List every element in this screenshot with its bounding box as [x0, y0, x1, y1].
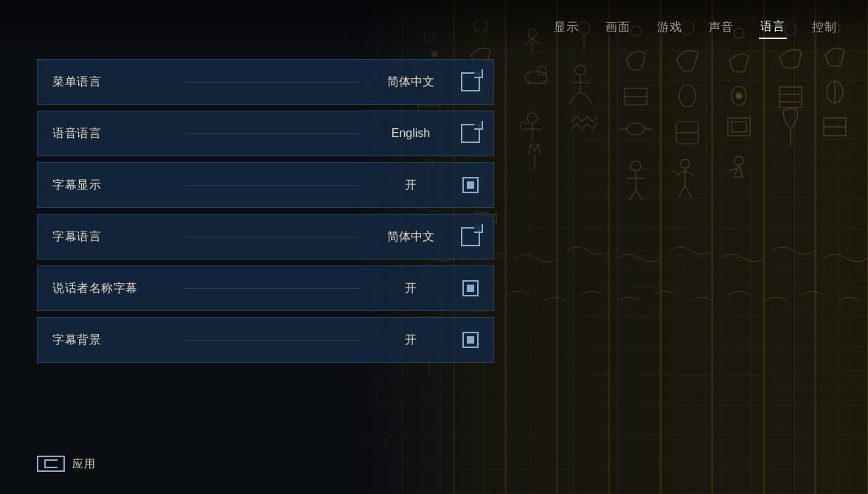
nav-item-sound[interactable]: 声音 — [707, 17, 735, 38]
subtitle-bg-divider — [185, 340, 359, 341]
subtitle-bg-icon — [459, 329, 482, 351]
square-icon-3 — [462, 332, 479, 348]
subtitle-bg-value: 开 — [374, 333, 448, 348]
settings-panel: 菜单语言 简体中文 语音语言 English 字幕显示 开 — [37, 59, 494, 363]
menu-language-label: 菜单语言 — [52, 74, 170, 90]
nav-items: 显示 画面 游戏 声音 语言 控制 — [552, 16, 839, 39]
speaker-subtitle-label: 说话者名称字幕 — [52, 281, 170, 296]
subtitle-language-value: 简体中文 — [374, 229, 448, 245]
nav-item-picture[interactable]: 画面 — [604, 17, 632, 38]
menu-language-icon — [459, 71, 482, 93]
menu-language-row[interactable]: 菜单语言 简体中文 — [37, 59, 494, 105]
subtitle-display-value: 开 — [374, 178, 448, 193]
voice-language-icon — [459, 122, 482, 145]
subtitle-display-divider — [185, 185, 359, 186]
nav-item-control[interactable]: 控制 — [810, 17, 839, 38]
subtitle-display-label: 字幕显示 — [52, 178, 170, 193]
subtitle-bg-row[interactable]: 字幕背景 开 — [37, 317, 494, 363]
nav-item-game[interactable]: 游戏 — [656, 17, 684, 38]
menu-language-value: 简体中文 — [374, 74, 448, 90]
speaker-subtitle-value: 开 — [374, 281, 448, 296]
settings-list: 菜单语言 简体中文 语音语言 English 字幕显示 开 — [37, 59, 494, 363]
subtitle-language-icon — [459, 226, 482, 248]
speaker-subtitle-icon — [459, 277, 482, 299]
dropdown-icon-3 — [461, 227, 480, 246]
voice-language-label: 语音语言 — [52, 126, 170, 142]
square-icon-2 — [462, 280, 479, 296]
dropdown-icon-2 — [461, 124, 480, 143]
subtitle-language-divider — [185, 237, 359, 237]
square-icon-1 — [462, 177, 479, 193]
dropdown-icon-1 — [461, 72, 480, 91]
subtitle-language-row[interactable]: 字幕语言 简体中文 — [37, 214, 494, 260]
voice-language-row[interactable]: 语音语言 English — [37, 111, 494, 156]
subtitle-display-icon — [459, 174, 482, 196]
subtitle-bg-label: 字幕背景 — [52, 333, 170, 348]
apply-label: 应用 — [72, 457, 95, 471]
speaker-subtitle-divider — [185, 288, 359, 289]
apply-area[interactable]: 应用 — [37, 456, 95, 472]
subtitle-display-row[interactable]: 字幕显示 开 — [37, 162, 494, 208]
voice-language-value: English — [374, 127, 448, 140]
apply-button-icon — [37, 456, 65, 472]
voice-language-divider — [185, 133, 359, 134]
menu-language-divider — [185, 82, 359, 83]
nav-item-language[interactable]: 语言 — [759, 16, 787, 39]
subtitle-language-label: 字幕语言 — [52, 229, 170, 245]
nav-bar: 显示 画面 游戏 声音 语言 控制 — [0, 0, 868, 55]
nav-item-display[interactable]: 显示 — [552, 17, 580, 38]
speaker-subtitle-row[interactable]: 说话者名称字幕 开 — [37, 265, 494, 311]
